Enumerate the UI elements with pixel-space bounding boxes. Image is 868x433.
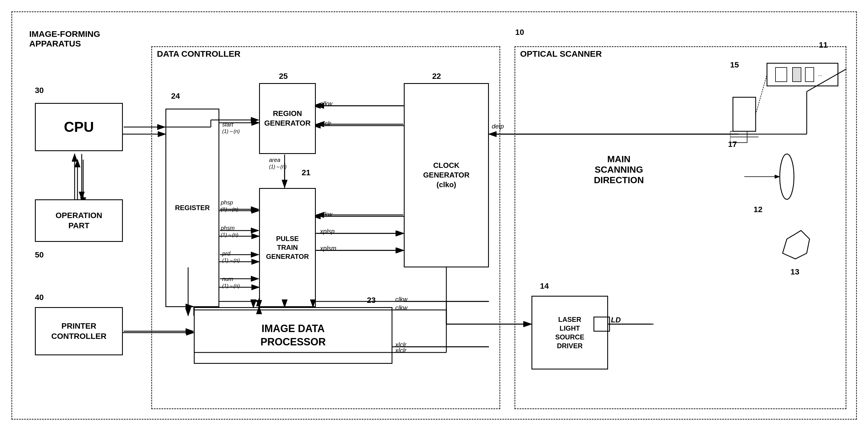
optical-scanner-diagram: ... (730, 40, 849, 296)
cpu-block: CPU (35, 103, 123, 151)
clkw-mid-signal: clkw (320, 211, 332, 218)
xplsp-signal: xplsp (320, 228, 335, 235)
svg-rect-34 (733, 97, 756, 131)
svg-rect-37 (793, 67, 801, 82)
area-signal: area(1)～(n) (269, 157, 287, 170)
operation-part-block: OPERATIONPART (35, 199, 123, 242)
clock-generator-block: CLOCKGENERATOR(clko) (404, 83, 489, 267)
data-controller-label: DATA CONTROLLER (157, 49, 240, 59)
region-generator-block: REGIONGENERATOR (259, 83, 316, 154)
ref-40: 40 (35, 293, 44, 302)
diagram-container: IMAGE-FORMINGAPPARATUS DATA CONTROLLER O… (11, 11, 857, 420)
main-scanning-direction: MAINSCANNINGDIRECTION (594, 154, 644, 186)
ref-10: 10 (515, 28, 524, 37)
clkw-top-signal: clkw (320, 100, 332, 107)
clkw-bot-signal: clkw (395, 296, 407, 303)
pulse-train-generator-block: PULSETRAINGENERATOR (259, 188, 316, 307)
ref-50: 50 (35, 251, 44, 260)
num-signal: num(1)～(n) (222, 276, 240, 289)
svg-rect-36 (775, 67, 787, 82)
svg-line-40 (756, 74, 767, 114)
start-signal: start(1)～(n) (222, 121, 240, 135)
svg-text:...: ... (818, 71, 822, 77)
ld-label: LD (611, 315, 621, 324)
ref-22: 22 (432, 72, 441, 81)
phsm-signal: phsm(1)～(n) (221, 225, 238, 238)
register-block: REGISTER (165, 109, 219, 307)
phsp-signal: phsp(1)～(n) (221, 199, 238, 213)
xlclr-top-signal: xlclr (320, 120, 331, 127)
clkw-label-bottom: clkw (395, 304, 407, 312)
xlclr-label-bottom: xlclr (395, 347, 406, 354)
ref-14: 14 (540, 281, 549, 291)
ref-30: 30 (35, 86, 44, 95)
optical-scanner-label: OPTICAL SCANNER (520, 49, 602, 59)
ref-24: 24 (171, 92, 180, 101)
ref-25: 25 (279, 72, 288, 81)
xplsm-signal: xplsm (320, 245, 336, 252)
svg-point-41 (780, 154, 794, 199)
image-forming-label: IMAGE-FORMINGAPPARATUS (29, 29, 100, 48)
detp-signal: detp (492, 123, 504, 130)
laser-driver-block: LASERLIGHTSOURCEDRIVER (531, 296, 608, 369)
image-data-processor-block: IMAGE DATAPROCESSOR (194, 307, 393, 364)
svg-rect-35 (767, 63, 838, 86)
ref-23: 23 (367, 296, 376, 305)
svg-rect-38 (805, 67, 814, 82)
svg-marker-42 (783, 231, 810, 259)
ref-21: 21 (302, 168, 310, 177)
printer-controller-block: PRINTERCONTROLLER (35, 307, 123, 355)
prd-signal: prd(1)～(n) (222, 251, 240, 264)
